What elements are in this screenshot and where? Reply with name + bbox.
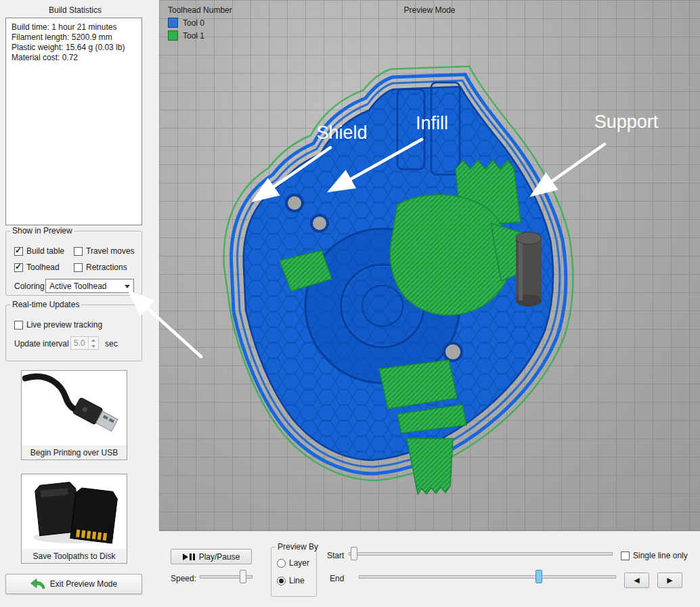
printed-model-render: Shield Infill Support <box>159 0 700 531</box>
checkbox-box[interactable] <box>74 263 83 272</box>
coloring-dropdown[interactable]: Active Toolhead <box>45 279 134 293</box>
speed-slider[interactable] <box>200 570 253 583</box>
stat-material-cost: Material cost: 0.72 <box>12 53 136 63</box>
end-slider-groove[interactable] <box>359 575 616 579</box>
green-back-arrow-icon <box>30 579 45 589</box>
checkbox-box[interactable] <box>14 247 23 256</box>
build-statistics-title: Build Statistics <box>0 5 150 15</box>
sd-cards-image <box>22 474 127 549</box>
checkbox-live-preview-tracking[interactable]: Live preview tracking <box>14 320 102 330</box>
stat-filament-length: Filament length: 5200.9 mm <box>12 32 136 43</box>
radio-label: Layer <box>289 558 309 568</box>
start-slider-groove[interactable] <box>349 552 613 556</box>
realtime-updates-title: Real-time Updates <box>10 300 81 309</box>
left-triangle-icon: ◀ <box>634 576 639 585</box>
start-label: Start <box>327 551 344 560</box>
exit-preview-mode-button[interactable]: Exit Preview Mode <box>5 574 142 594</box>
end-label: End <box>330 574 344 583</box>
checkbox-box[interactable] <box>621 552 630 560</box>
play-pause-button[interactable]: Play/Pause <box>171 549 252 564</box>
single-line-only-checkbox[interactable]: Single line only <box>621 551 688 560</box>
start-slider[interactable] <box>349 547 613 560</box>
radio-circle[interactable] <box>277 559 286 568</box>
start-slider-handle[interactable] <box>351 547 357 560</box>
coloring-dropdown-value: Active Toolhead <box>49 282 107 291</box>
checkbox-build-table[interactable]: Build table <box>14 246 64 256</box>
annotation-support-arrow <box>533 144 605 194</box>
checkbox-toolhead[interactable]: Toolhead <box>14 263 60 272</box>
checkbox-box[interactable] <box>14 321 23 330</box>
usb-button-caption: Begin Printing over USB <box>22 445 127 459</box>
disk-button-caption: Save Toolpaths to Disk <box>22 549 127 563</box>
annotation-infill-label: Infill <box>416 113 448 133</box>
show-in-preview-group: Show in Preview Build table Travel moves… <box>5 231 142 296</box>
spinner-buttons[interactable] <box>88 337 98 349</box>
gray-cylinder <box>516 232 542 307</box>
preview-mode-window: Build Statistics Build time: 1 hour 21 m… <box>0 0 700 607</box>
step-forward-button[interactable]: ▶ <box>657 572 682 588</box>
update-interval-spinner[interactable]: 5.0 <box>70 336 99 350</box>
bottom-toolbar: Play/Pause Speed: Preview By Layer Line … <box>159 531 700 607</box>
speed-slider-handle[interactable] <box>240 570 246 583</box>
save-toolpaths-disk-button[interactable]: Save Toolpaths to Disk <box>21 474 127 564</box>
checkbox-label: Toolhead <box>26 263 60 272</box>
end-slider-handle[interactable] <box>535 570 542 583</box>
play-pause-label: Play/Pause <box>199 552 240 562</box>
checkbox-label: Live preview tracking <box>26 320 102 330</box>
spinner-down-icon[interactable] <box>89 343 98 349</box>
radio-circle[interactable] <box>277 577 286 585</box>
checkbox-travel-moves[interactable]: Travel moves <box>74 246 135 256</box>
update-interval-unit: sec <box>105 339 118 349</box>
checkbox-label: Travel moves <box>86 246 135 256</box>
step-back-button[interactable]: ◀ <box>624 572 649 588</box>
play-pause-icon <box>183 554 195 560</box>
stat-build-time: Build time: 1 hour 21 minutes <box>12 22 136 32</box>
radio-line[interactable]: Line <box>277 576 305 585</box>
sidebar: Build Statistics Build time: 1 hour 21 m… <box>0 0 150 607</box>
realtime-updates-group: Real-time Updates Live preview tracking … <box>5 305 142 361</box>
annotation-shield-label: Shield <box>316 122 367 143</box>
stat-plastic-weight: Plastic weight: 15.64 g (0.03 lb) <box>12 43 136 53</box>
exit-button-label: Exit Preview Mode <box>50 579 117 589</box>
right-triangle-icon: ▶ <box>667 576 672 585</box>
preview-by-group: Preview By Layer Line <box>271 547 317 597</box>
show-in-preview-title: Show in Preview <box>10 226 74 235</box>
checkbox-box[interactable] <box>74 247 83 256</box>
viewport-3d[interactable]: Toolhead Number Tool 0 Tool 1 Preview Mo… <box>159 0 700 531</box>
speed-label: Speed: <box>171 574 196 583</box>
checkbox-box[interactable] <box>14 263 23 272</box>
end-slider[interactable] <box>359 570 616 583</box>
checkbox-retractions[interactable]: Retractions <box>74 263 127 272</box>
checkbox-label: Retractions <box>86 263 127 272</box>
chevron-down-icon <box>125 285 130 288</box>
radio-label: Line <box>289 576 305 585</box>
radio-layer[interactable]: Layer <box>277 558 309 568</box>
begin-printing-usb-button[interactable]: Begin Printing over USB <box>21 370 127 460</box>
checkbox-label: Build table <box>26 246 64 256</box>
coloring-label: Coloring <box>14 282 45 291</box>
update-interval-value: 5.0 <box>74 338 85 348</box>
build-statistics-box: Build time: 1 hour 21 minutes Filament l… <box>5 18 142 225</box>
usb-cable-image <box>22 371 127 445</box>
update-interval-label: Update interval <box>14 339 69 349</box>
spinner-up-icon[interactable] <box>89 337 98 343</box>
annotation-support-label: Support <box>594 112 659 132</box>
checkbox-label: Single line only <box>633 551 688 560</box>
preview-by-title: Preview By <box>276 542 320 552</box>
